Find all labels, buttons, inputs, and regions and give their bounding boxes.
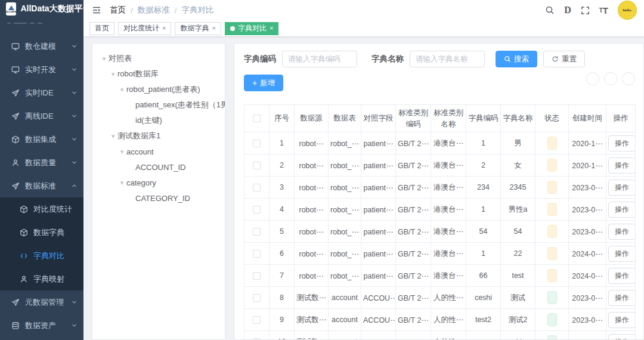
columns-circle-button[interactable]: [622, 72, 635, 85]
collapse-sidebar-icon[interactable]: [91, 4, 103, 16]
caret-down-icon[interactable]: ▾: [109, 132, 117, 140]
cell-status: [535, 221, 569, 243]
close-icon[interactable]: ×: [270, 25, 273, 32]
add-button[interactable]: + 新增: [244, 75, 283, 91]
row-action-button[interactable]: 操作: [608, 268, 636, 284]
sidebar-item-partial: [7, 19, 83, 27]
cell-std_code: GB/T 2⋯: [396, 177, 431, 199]
status-badge: [547, 313, 557, 326]
sidebar-item-data-integration[interactable]: 数据集成: [0, 128, 83, 151]
cell-std_code: GB/T 2⋯: [396, 265, 431, 287]
cell-no: 6: [270, 243, 295, 265]
cell-std_code: GB/T 2⋯: [396, 287, 431, 309]
tree-node[interactable]: ▾测试数据库1: [96, 128, 221, 144]
font-size-icon[interactable]: TT: [599, 4, 608, 17]
cell-source: robot⋯: [295, 154, 329, 177]
cell-table: robot_⋯: [329, 199, 361, 221]
row-checkbox[interactable]: [253, 250, 261, 258]
row-action-button[interactable]: 操作: [608, 334, 636, 340]
tree-node[interactable]: id(主键): [96, 113, 221, 128]
row-action-button[interactable]: 操作: [608, 224, 636, 240]
tree-node[interactable]: ACCOUNT_ID: [96, 159, 221, 175]
search-icon[interactable]: [545, 4, 555, 17]
status-badge: [547, 291, 557, 304]
sidebar-item-contrast-stats[interactable]: 对比度统计: [0, 197, 83, 221]
row-checkbox[interactable]: [253, 316, 261, 324]
close-icon[interactable]: ×: [212, 25, 215, 32]
sidebar-item-data-quality[interactable]: 数据质量: [0, 151, 83, 174]
cell-actions: 操作: [606, 154, 636, 177]
row-checkbox[interactable]: [253, 294, 261, 302]
tree-node-label: robot_patient(患者表): [126, 84, 200, 95]
select-all-checkbox[interactable]: [253, 115, 261, 122]
tab-dict-compare[interactable]: 字典对比×: [225, 22, 278, 35]
caret-down-icon[interactable]: ▾: [117, 148, 126, 156]
cell-no: 5: [270, 221, 295, 243]
cell-table: robot_⋯: [329, 177, 361, 199]
row-action-button[interactable]: 操作: [608, 135, 636, 152]
refresh-circle-button[interactable]: [586, 72, 599, 85]
row-checkbox[interactable]: [253, 272, 261, 280]
cell-created: 2023-0⋯: [569, 177, 606, 199]
paper-plane-icon: [11, 181, 20, 190]
tab-home[interactable]: 首页: [89, 22, 114, 35]
sidebar-item-label: 数据集成: [25, 134, 71, 145]
cell-field: patient⋯: [361, 154, 396, 177]
sidebar-item-data-standard[interactable]: 数据标准: [0, 174, 83, 197]
sidebar-item-dict-mapping[interactable]: 字典映射: [0, 267, 83, 290]
reset-button[interactable]: 重置: [543, 51, 585, 67]
tab-contrast-stats[interactable]: 对比度统计×: [118, 22, 171, 35]
docs-icon[interactable]: D: [564, 4, 571, 17]
cell-source: robot⋯: [295, 221, 329, 243]
sidebar-item-data-asset[interactable]: 数据资产: [0, 314, 83, 337]
column-header: 创建时间: [569, 105, 606, 132]
search-button[interactable]: 搜索: [496, 51, 537, 67]
row-checkbox[interactable]: [253, 140, 261, 147]
tab-data-dictionary[interactable]: 数据字典×: [175, 22, 221, 35]
close-icon[interactable]: ×: [162, 25, 166, 32]
cell-std_name: 港澳台⋯: [431, 199, 466, 221]
caret-down-icon[interactable]: ▾: [117, 86, 126, 94]
tree-node[interactable]: ▾category: [96, 175, 221, 190]
caret-down-icon[interactable]: ▾: [109, 70, 117, 78]
caret-down-icon[interactable]: ▾: [100, 55, 109, 63]
tree-node-label: CATEGORY_ID: [135, 194, 190, 203]
row-action-button[interactable]: 操作: [608, 180, 636, 196]
cell-status: [535, 265, 569, 287]
density-circle-button[interactable]: [604, 72, 617, 85]
sidebar-item-dw-modeling[interactable]: 数仓建模: [0, 35, 83, 58]
row-action-button[interactable]: 操作: [608, 246, 636, 262]
row-checkbox[interactable]: [253, 206, 261, 214]
row-checkbox[interactable]: [253, 184, 261, 191]
tree-node-label: robot数据库: [117, 69, 159, 79]
sidebar-item-dict-compare[interactable]: 字典对比: [0, 244, 83, 267]
row-action-button[interactable]: 操作: [608, 290, 636, 306]
row-checkbox[interactable]: [253, 162, 261, 169]
row-action-button[interactable]: 操作: [608, 157, 636, 174]
dict-code-input[interactable]: [282, 51, 357, 67]
tree-node[interactable]: CATEGORY_ID: [96, 190, 221, 206]
cell-table: account: [329, 309, 361, 331]
caret-down-icon[interactable]: ▾: [117, 179, 126, 187]
tree-node[interactable]: ▾account: [96, 144, 221, 159]
sidebar-item-offline-ide[interactable]: 离线IDE: [0, 104, 83, 128]
sidebar-item-realtime-dev[interactable]: 实时开发: [0, 58, 83, 81]
cell-no: 10: [270, 331, 295, 340]
sidebar-item-realtime-ide[interactable]: 实时IDE: [0, 81, 83, 104]
row-checkbox[interactable]: [253, 228, 261, 236]
tree-node[interactable]: ▾robot数据库: [96, 66, 221, 82]
tree-node[interactable]: ▾对照表: [96, 51, 221, 66]
sidebar-item-data-dictionary[interactable]: 数据字典: [0, 221, 83, 244]
fullscreen-icon[interactable]: [581, 4, 590, 17]
tree-node[interactable]: ▾robot_patient(患者表): [96, 82, 221, 97]
breadcrumb-home[interactable]: 首页: [110, 5, 126, 16]
row-action-button[interactable]: 操作: [608, 312, 636, 328]
sidebar-item-metadata-mgmt[interactable]: 元数据管理: [0, 290, 83, 314]
dict-name-input[interactable]: [410, 51, 485, 67]
row-action-button[interactable]: 操作: [608, 202, 636, 218]
tree-node-label: ACCOUNT_ID: [135, 163, 186, 172]
avatar[interactable]: hello.: [618, 1, 637, 20]
cell-std_name: 港澳台⋯: [431, 154, 466, 177]
logo[interactable]: ALLDATA AllData大数据平台: [0, 0, 83, 18]
tree-node[interactable]: patient_sex(患者性别（1男2女）): [96, 97, 221, 113]
